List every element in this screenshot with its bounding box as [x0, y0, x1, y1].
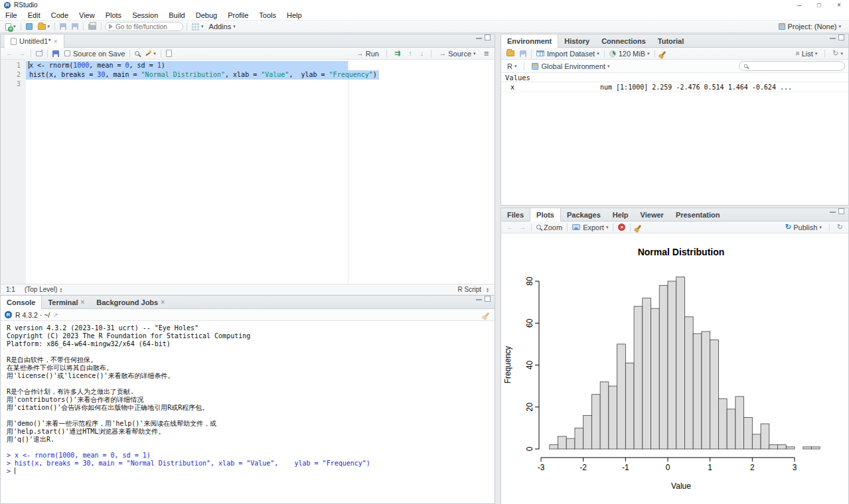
menu-view[interactable]: View: [74, 11, 100, 19]
menu-plots[interactable]: Plots: [100, 11, 127, 19]
scope-selector[interactable]: (Top Level) ▲▼: [25, 286, 62, 293]
project-menu-button[interactable]: Project: (None)▾: [776, 21, 844, 32]
source-tabstrip: Untitled1* ×: [1, 34, 495, 48]
print-button[interactable]: [86, 21, 99, 32]
pane-minmax[interactable]: [476, 296, 495, 308]
environment-scope-selector[interactable]: Global Environment▾: [529, 60, 612, 72]
close-button[interactable]: ×: [829, 1, 849, 9]
minimize-button[interactable]: –: [789, 1, 809, 9]
close-tab-icon[interactable]: ×: [80, 298, 84, 306]
environment-object-row[interactable]: xnum [1:1000] 2.259 -2.476 0.514 1.464 -…: [501, 82, 848, 92]
open-file-button[interactable]: ▾: [35, 21, 53, 32]
save-source-button[interactable]: [50, 48, 62, 60]
tab-plots[interactable]: Plots: [530, 208, 561, 221]
tab-presentation[interactable]: Presentation: [670, 208, 726, 221]
tab-history[interactable]: History: [558, 34, 595, 47]
remove-plot-button[interactable]: ×: [615, 221, 628, 233]
outline-button[interactable]: ≣: [481, 48, 492, 60]
save-workspace-button[interactable]: [517, 48, 529, 60]
run-below-button[interactable]: ↓: [418, 48, 427, 60]
tab-help[interactable]: Help: [607, 208, 635, 221]
tab-environment[interactable]: Environment: [501, 34, 558, 48]
tab-viewer[interactable]: Viewer: [635, 208, 670, 221]
code-tools-button[interactable]: ▾: [142, 48, 159, 60]
compile-report-button[interactable]: [163, 48, 175, 60]
environment-cube-icon: [532, 63, 538, 70]
popout-icon: [36, 51, 42, 56]
refresh-environment-button[interactable]: ↻▾: [830, 48, 846, 60]
goto-icon: [109, 24, 113, 29]
pane-minmax[interactable]: [830, 34, 848, 47]
previous-plot-button[interactable]: ←: [504, 221, 516, 233]
menu-build[interactable]: Build: [163, 11, 190, 19]
tab-untitled1[interactable]: Untitled1* ×: [5, 34, 64, 48]
publish-button[interactable]: ↻ Publish▾: [783, 221, 824, 233]
console-line: [7, 412, 495, 420]
clear-environment-button[interactable]: [657, 48, 670, 60]
menu-debug[interactable]: Debug: [191, 11, 222, 19]
popout-console-icon[interactable]: ↗: [53, 312, 58, 318]
title-bar: R RStudio – □ ×: [0, 0, 849, 10]
tab-terminal[interactable]: Terminal×: [42, 296, 90, 308]
maximize-button[interactable]: □: [809, 1, 829, 9]
clear-console-icon[interactable]: [485, 312, 489, 317]
tab-tutorial[interactable]: Tutorial: [652, 34, 690, 47]
memory-usage-button[interactable]: 120 MiB▾: [607, 48, 653, 60]
source-button[interactable]: → Source▾: [436, 48, 478, 60]
export-plot-button[interactable]: Export▾: [570, 221, 611, 233]
pane-minmax[interactable]: [476, 34, 495, 47]
tab-label: Plots: [536, 211, 554, 219]
run-button[interactable]: → Run: [354, 48, 382, 60]
menu-profile[interactable]: Profile: [222, 11, 254, 19]
tab-files[interactable]: Files: [501, 208, 530, 221]
console-prompt[interactable]: >: [7, 468, 495, 475]
svg-text:60: 60: [525, 318, 534, 328]
save-button[interactable]: [57, 21, 69, 32]
clear-plots-button[interactable]: [633, 221, 645, 233]
import-dataset-button[interactable]: Import Dataset▾: [534, 48, 602, 60]
find-replace-button[interactable]: [132, 48, 142, 60]
nav-back-button[interactable]: ←: [3, 48, 16, 60]
console-output[interactable]: R version 4.3.2 (2023-10-31 ucrt) -- "Ey…: [1, 321, 495, 475]
refresh-plot-button[interactable]: ↻: [834, 221, 846, 233]
pane-minmax[interactable]: [830, 208, 848, 221]
tab-connections[interactable]: Connections: [595, 34, 652, 47]
zoom-plot-button[interactable]: Zoom: [534, 221, 565, 233]
language-selector[interactable]: R▾: [504, 60, 519, 72]
tab-background-jobs[interactable]: Background Jobs×: [90, 296, 171, 308]
menu-edit[interactable]: Edit: [23, 11, 46, 19]
environment-search-input[interactable]: [751, 62, 830, 70]
pane-layout-button[interactable]: ▾: [189, 21, 206, 32]
object-value: num [1:1000] 2.259 -2.476 0.514 1.464 -0…: [600, 82, 792, 92]
goto-file-input[interactable]: [116, 23, 177, 31]
console-line: R是个合作计划，有许多人为之做出了贡献.: [7, 388, 495, 396]
code-editor[interactable]: 123 x <- rnorm(1000, mean = 0, sd = 1)hi…: [1, 60, 495, 284]
r-version-label: R 4.3.2 · ~/: [15, 311, 50, 319]
new-project-button[interactable]: [23, 21, 35, 32]
list-view-button[interactable]: ≡ List▾: [793, 48, 820, 60]
menu-code[interactable]: Code: [46, 11, 74, 19]
nav-forward-button[interactable]: →: [16, 48, 29, 60]
goto-file-box[interactable]: [105, 22, 183, 31]
close-tab-icon[interactable]: ×: [54, 38, 58, 45]
load-workspace-button[interactable]: [504, 48, 517, 60]
menu-help[interactable]: Help: [281, 11, 307, 19]
menu-session[interactable]: Session: [127, 11, 163, 19]
tab-console[interactable]: Console: [1, 296, 42, 309]
new-file-button[interactable]: + ▾: [3, 21, 19, 32]
addins-button[interactable]: Addins▾: [206, 21, 238, 32]
environment-search-box[interactable]: [739, 61, 845, 71]
print-margin-line: [348, 60, 348, 284]
tab-packages[interactable]: Packages: [561, 208, 607, 221]
popout-button[interactable]: [33, 48, 45, 60]
save-all-button[interactable]: [69, 21, 81, 32]
menu-file[interactable]: File: [0, 11, 23, 19]
tab-label: Connections: [601, 37, 646, 45]
next-plot-button[interactable]: →: [516, 221, 529, 233]
file-type-selector[interactable]: R Script ▲▼: [457, 286, 489, 293]
close-tab-icon[interactable]: ×: [161, 298, 165, 306]
source-on-save-checkbox[interactable]: Source on Save: [62, 48, 127, 60]
run-above-button[interactable]: ↑: [406, 48, 415, 60]
menu-tools[interactable]: Tools: [254, 11, 281, 19]
rerun-button[interactable]: ⇉: [392, 48, 403, 60]
